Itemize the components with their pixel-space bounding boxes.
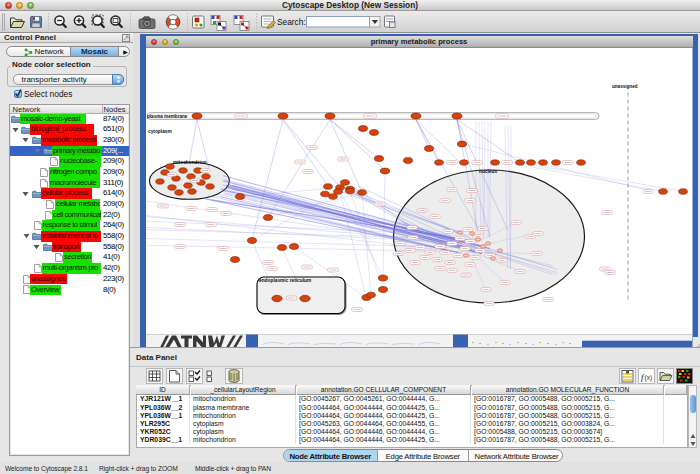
svg-text:mitochondrion: mitochondrion <box>173 160 207 165</box>
svg-text:(x): (x) <box>645 374 653 382</box>
svg-text:Search:: Search: <box>277 17 306 27</box>
svg-text:unassigned: unassigned <box>612 83 638 88</box>
svg-text:nucleus: nucleus <box>479 169 497 174</box>
svg-text:cytoplasm: cytoplasm <box>148 129 172 134</box>
svg-text:plasma membrane: plasma membrane <box>147 113 188 118</box>
svg-text:endoplasmic reticulum: endoplasmic reticulum <box>259 278 311 283</box>
